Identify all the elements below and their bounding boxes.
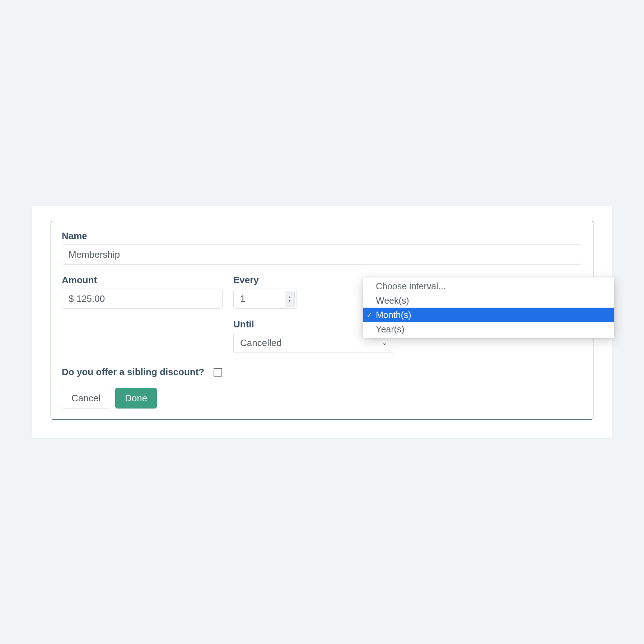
form-card: Name Amount Every ▴ ▾ Until (32, 206, 612, 438)
interval-option-placeholder-label: Choose interval... (376, 281, 446, 291)
interval-option-week-label: Week(s) (376, 295, 409, 306)
done-button[interactable]: Done (115, 388, 157, 409)
amount-column: Amount (62, 275, 223, 353)
button-row: Cancel Done (62, 388, 582, 409)
done-button-label: Done (125, 393, 147, 404)
interval-option-year-label: Year(s) (376, 324, 405, 335)
name-input[interactable] (62, 244, 582, 265)
until-select-value: Cancelled (240, 337, 282, 349)
amount-input[interactable] (62, 289, 223, 309)
sibling-discount-label: Do you offer a sibling discount? (62, 367, 204, 378)
name-label: Name (62, 230, 582, 242)
every-number-wrap: ▴ ▾ (233, 289, 297, 309)
chevron-down-icon: ⌄ (382, 339, 387, 347)
interval-option-placeholder[interactable]: Choose interval... (363, 279, 614, 293)
interval-option-month[interactable]: Month(s) (363, 308, 614, 322)
interval-option-month-label: Month(s) (376, 310, 411, 320)
interval-option-week[interactable]: Week(s) (363, 293, 614, 308)
interval-option-year[interactable]: Year(s) (363, 322, 614, 336)
amount-label: Amount (62, 275, 223, 286)
sibling-discount-row: Do you offer a sibling discount? (62, 367, 582, 378)
cancel-button-label: Cancel (71, 393, 101, 404)
every-stepper[interactable]: ▴ ▾ (285, 291, 295, 307)
cancel-button[interactable]: Cancel (62, 388, 110, 409)
interval-dropdown[interactable]: Choose interval... Week(s) Month(s) Year… (363, 277, 614, 338)
sibling-discount-checkbox[interactable] (214, 368, 222, 377)
stepper-down-icon: ▾ (289, 299, 291, 302)
